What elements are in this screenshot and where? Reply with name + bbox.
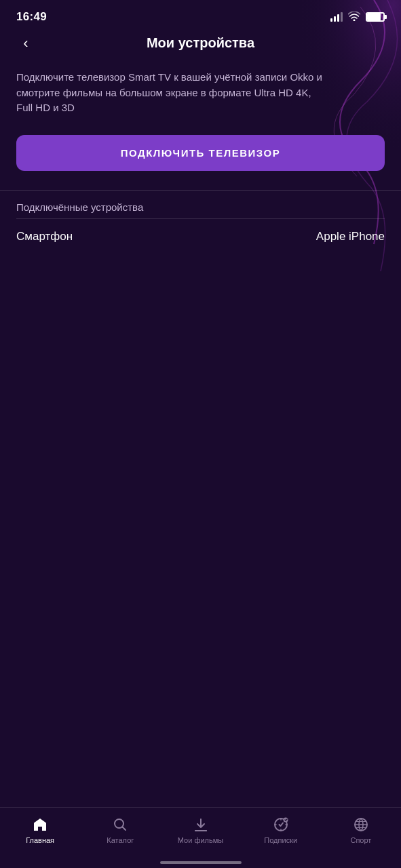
nav-item-sport[interactable]: Спорт [321, 813, 401, 844]
home-indicator [160, 861, 242, 864]
description-text: Подключите телевизор Smart TV к вашей уч… [16, 70, 328, 116]
svg-rect-3 [195, 830, 207, 831]
main-content: Подключите телевизор Smart TV к вашей уч… [0, 59, 401, 254]
subscriptions-icon [272, 816, 290, 833]
svg-point-5 [283, 818, 288, 823]
nav-item-myfilms[interactable]: Мои фильмы [160, 813, 240, 844]
status-time: 16:49 [16, 10, 47, 24]
battery-icon [366, 12, 385, 22]
nav-item-home[interactable]: Главная [0, 813, 80, 844]
nav-item-subscriptions[interactable]: Подписки [241, 813, 321, 844]
back-chevron-icon: ‹ [23, 36, 28, 51]
bottom-nav: Главная Каталог Мои фильмы [0, 807, 401, 868]
device-name: Apple iPhone [316, 230, 385, 243]
connect-tv-button[interactable]: ПОДКЛЮЧИТЬ ТЕЛЕВИЗОР [16, 135, 385, 171]
nav-label-home: Главная [26, 836, 54, 844]
wifi-icon [348, 12, 360, 23]
nav-item-catalog[interactable]: Каталог [80, 813, 160, 844]
back-button[interactable]: ‹ [14, 31, 38, 56]
nav-label-subscriptions: Подписки [264, 836, 297, 844]
header: ‹ Мои устройства [0, 30, 401, 59]
status-bar: 16:49 [0, 0, 401, 30]
search-icon [111, 816, 129, 833]
nav-label-catalog: Каталог [107, 836, 134, 844]
signal-icon [330, 12, 343, 22]
nav-label-sport: Спорт [350, 836, 371, 844]
device-row: Смартфон Apple iPhone [16, 218, 385, 254]
status-icons [330, 12, 385, 23]
page-title: Мои устройства [147, 35, 254, 51]
download-icon [192, 816, 210, 833]
sport-icon [352, 816, 370, 833]
device-type: Смартфон [16, 230, 73, 243]
home-icon [31, 816, 49, 833]
connected-section-title: Подключённые устройства [16, 191, 385, 218]
nav-label-myfilms: Мои фильмы [178, 836, 223, 844]
